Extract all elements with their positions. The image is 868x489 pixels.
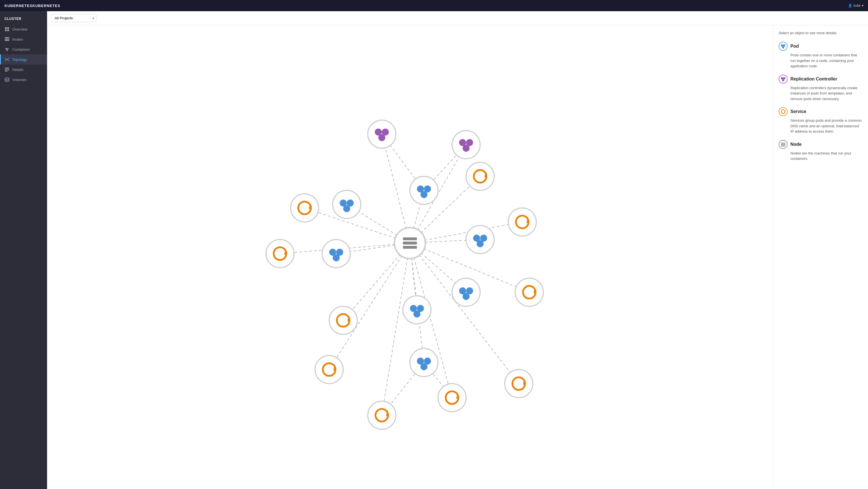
svg-point-100 — [508, 208, 536, 236]
svg-point-58 — [343, 205, 350, 212]
svg-point-79 — [290, 194, 318, 222]
svg-rect-2 — [5, 29, 7, 31]
topology-node-pod-4[interactable] — [466, 225, 494, 254]
topology-node-svc-8[interactable] — [508, 208, 536, 236]
svg-rect-50 — [403, 246, 417, 249]
node-title: Node — [790, 142, 802, 147]
sidebar-item-topology[interactable]: Topology — [0, 54, 47, 64]
svg-point-55 — [333, 191, 361, 219]
containers-icon — [4, 47, 9, 52]
topology-label: Topology — [12, 57, 27, 62]
toolbar: All Projects Project A Project B ▾ — [47, 11, 868, 25]
svg-line-15 — [5, 58, 7, 59]
svg-point-118 — [783, 44, 785, 47]
svg-rect-127 — [781, 146, 785, 146]
topology-node-svc-7[interactable] — [505, 370, 533, 398]
svg-point-85 — [329, 306, 357, 334]
svg-point-75 — [410, 348, 438, 377]
topology-node-svc-1[interactable] — [290, 194, 318, 222]
topology-node-svc-6[interactable] — [438, 383, 466, 412]
svg-rect-21 — [5, 70, 9, 70]
right-panel-hint: Select an object to see more details. — [779, 31, 862, 35]
svg-rect-4 — [5, 37, 9, 38]
topology-node-svc-2[interactable] — [266, 239, 294, 267]
topology-node-rc-2[interactable] — [452, 131, 480, 159]
rc-icon — [779, 75, 787, 84]
cluster-label: Cluster — [0, 15, 47, 24]
sidebar-item-overview[interactable]: Overview — [0, 24, 47, 34]
svg-rect-20 — [5, 69, 9, 69]
topology-node-pod-7[interactable] — [410, 348, 438, 377]
overview-label: Overview — [12, 27, 27, 31]
svg-point-67 — [452, 278, 480, 306]
sidebar-item-volumes[interactable]: Volumes — [0, 75, 47, 85]
svg-line-18 — [7, 59, 9, 61]
svg-point-51 — [410, 176, 438, 204]
volumes-icon — [4, 77, 9, 82]
topology-node-svc-9[interactable] — [515, 278, 543, 306]
sidebar-item-containers[interactable]: Containers — [0, 44, 47, 54]
svg-point-66 — [476, 240, 484, 247]
svg-line-16 — [7, 58, 9, 59]
topology-canvas[interactable] — [47, 25, 773, 489]
topology-node-svc-10[interactable] — [466, 162, 494, 191]
svg-point-59 — [322, 239, 350, 267]
details-label: Details — [12, 67, 24, 72]
svg-point-78 — [421, 363, 428, 370]
main-content: All Projects Project A Project B ▾ — [47, 11, 868, 489]
legend-rc: Replication Controller Replication contr… — [779, 75, 862, 102]
topology-node-svc-4[interactable] — [315, 355, 343, 383]
topology-node-pod-2[interactable] — [333, 191, 361, 219]
legend-rc-header: Replication Controller — [779, 75, 862, 84]
project-select-wrapper[interactable]: All Projects Project A Project B ▾ — [52, 14, 96, 22]
topology-node-pod-6[interactable] — [403, 296, 431, 324]
user-menu[interactable]: 👤 kube ▾ — [848, 4, 864, 7]
app-body: Cluster Overview Nodes — [0, 11, 868, 489]
topology-node-pod-5[interactable] — [452, 278, 480, 306]
topology-node-svc-5[interactable] — [368, 401, 396, 429]
svg-line-17 — [5, 59, 7, 61]
right-panel: Select an object to see more details. Po… — [773, 25, 868, 489]
nodes-icon — [4, 37, 9, 42]
legend-service: Service Services group pods and provide … — [779, 107, 862, 134]
brand-logo: KUBERNETESKUBERNETES — [4, 4, 60, 8]
svg-rect-1 — [7, 27, 9, 29]
rc-desc: Replication controllers dynamically crea… — [779, 85, 862, 102]
svg-rect-19 — [5, 67, 9, 68]
node-desc: Nodes are the machines that run your con… — [779, 150, 862, 162]
svg-point-63 — [466, 225, 494, 254]
svg-point-94 — [438, 383, 466, 412]
overview-icon — [4, 27, 9, 32]
svg-point-103 — [515, 278, 543, 306]
pod-icon — [779, 42, 787, 51]
legend-pod-header: Pod — [779, 42, 862, 51]
topology-node-pod-1[interactable] — [410, 176, 438, 204]
project-select[interactable]: All Projects Project A Project B — [52, 14, 96, 22]
topology-node-svc-3[interactable] — [329, 306, 357, 334]
svg-point-70 — [463, 293, 470, 300]
svg-point-112 — [378, 134, 385, 141]
legend-node: Node Nodes are the machines that run you… — [779, 140, 862, 162]
chevron-down-icon: ▾ — [862, 4, 864, 7]
pod-desc: Pods contain one or more containers that… — [779, 52, 862, 69]
containers-label: Containers — [12, 48, 30, 52]
svg-point-113 — [452, 131, 480, 159]
svg-line-24 — [382, 134, 410, 243]
topology-node-pod-3[interactable] — [322, 239, 350, 267]
topology-node-center[interactable] — [395, 228, 425, 259]
sidebar-item-nodes[interactable]: Nodes — [0, 34, 47, 44]
svg-rect-48 — [403, 237, 417, 240]
svg-point-9 — [6, 50, 8, 51]
svg-point-8 — [7, 48, 9, 50]
legend-pod: Pod Pods contain one or more containers … — [779, 42, 862, 69]
svg-rect-49 — [403, 242, 417, 244]
service-icon — [779, 107, 787, 116]
svg-point-120 — [781, 77, 783, 79]
topology-svg — [47, 25, 773, 489]
svg-rect-125 — [781, 143, 785, 144]
svg-point-71 — [403, 296, 431, 324]
svg-point-62 — [333, 254, 340, 261]
topology-node-rc-1[interactable] — [368, 120, 396, 148]
user-icon: 👤 — [848, 4, 852, 7]
sidebar-item-details[interactable]: Details — [0, 64, 47, 75]
